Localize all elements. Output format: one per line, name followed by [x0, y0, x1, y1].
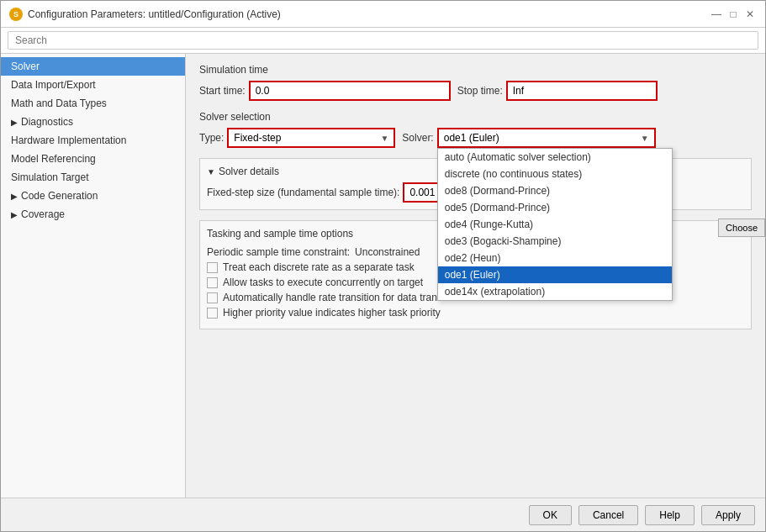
app-icon: S: [9, 8, 23, 21]
solver-dropdown-container: ode1 (Euler) ▼ auto (Automatic solver se…: [437, 128, 656, 148]
sidebar-item-data-import-export[interactable]: Data Import/Export: [1, 76, 185, 94]
sidebar-item-diagnostics[interactable]: ▶Diagnostics: [1, 113, 185, 131]
main-content: Solver Data Import/Export Math and Data …: [1, 54, 765, 498]
solver-row: Type: Fixed-step ▼ Solver: ode1 (Euler) …: [199, 128, 752, 148]
collapse-arrow[interactable]: ▼: [207, 167, 215, 176]
dropdown-item-ode1[interactable]: ode1 (Euler): [438, 266, 672, 283]
dropdown-item-ode3[interactable]: ode3 (Bogacki-Shampine): [438, 233, 672, 250]
coverage-arrow: ▶: [11, 210, 18, 219]
title-bar-controls: — □ ✕: [710, 8, 757, 21]
solver-dropdown-list: auto (Automatic solver selection) discre…: [437, 148, 673, 301]
stop-time-field: Stop time:: [457, 81, 658, 101]
solver-field: Solver: ode1 (Euler) ▼ auto (Automatic s…: [402, 128, 655, 148]
choose-button[interactable]: Choose: [718, 219, 765, 237]
diagnostics-arrow: ▶: [11, 118, 18, 127]
dropdown-item-ode8[interactable]: ode8 (Dormand-Prince): [438, 182, 672, 199]
sidebar-item-math-data-types[interactable]: Math and Data Types: [1, 94, 185, 113]
sidebar-item-hardware-implementation[interactable]: Hardware Implementation: [1, 131, 185, 150]
simulation-time-section: Simulation time Start time: Stop time:: [199, 64, 752, 101]
periodic-value: Unconstrained: [355, 246, 420, 258]
dropdown-item-ode14x[interactable]: ode14x (extrapolation): [438, 283, 672, 300]
apply-button[interactable]: Apply: [701, 505, 755, 525]
solver-select[interactable]: ode1 (Euler) ▼: [437, 128, 656, 148]
search-bar: [1, 28, 765, 54]
stop-time-label: Stop time:: [457, 85, 503, 97]
close-button[interactable]: ✕: [743, 8, 757, 21]
sidebar: Solver Data Import/Export Math and Data …: [1, 54, 186, 498]
dropdown-item-auto[interactable]: auto (Automatic solver selection): [438, 149, 672, 166]
sidebar-item-solver[interactable]: Solver: [1, 57, 185, 76]
dropdown-item-discrete[interactable]: discrete (no continuous states): [438, 166, 672, 182]
start-time-input[interactable]: [249, 81, 451, 101]
sidebar-item-simulation-target[interactable]: Simulation Target: [1, 168, 185, 187]
start-time-field: Start time:: [199, 81, 451, 101]
search-input[interactable]: [8, 31, 758, 50]
content-area: Simulation time Start time: Stop time: S…: [186, 54, 765, 498]
solver-value: ode1 (Euler): [444, 132, 499, 144]
main-window: S Configuration Parameters: untitled/Con…: [0, 0, 766, 532]
stop-time-input[interactable]: [506, 81, 658, 101]
checkbox-4-label: Higher priority value indicates higher t…: [223, 307, 441, 319]
maximize-button[interactable]: □: [726, 8, 740, 21]
type-dropdown-arrow: ▼: [380, 134, 388, 143]
type-field: Type: Fixed-step ▼: [199, 128, 395, 148]
checkbox-4[interactable]: [207, 308, 218, 319]
checkbox-3-label: Automatically handle rate transition for…: [223, 292, 454, 303]
checkbox-1[interactable]: [207, 262, 218, 273]
time-row: Start time: Stop time:: [199, 81, 752, 101]
checkbox-2[interactable]: [207, 277, 218, 288]
start-time-label: Start time:: [199, 85, 246, 97]
periodic-label: Periodic sample time constraint:: [207, 246, 350, 258]
dropdown-item-ode2[interactable]: ode2 (Heun): [438, 250, 672, 266]
simulation-time-title: Simulation time: [199, 64, 752, 76]
code-generation-arrow: ▶: [11, 192, 18, 201]
checkbox-3[interactable]: [207, 292, 218, 303]
title-bar-left: S Configuration Parameters: untitled/Con…: [9, 8, 281, 21]
dropdown-item-ode5[interactable]: ode5 (Dormand-Prince): [438, 199, 672, 216]
type-label: Type:: [199, 132, 224, 144]
type-select[interactable]: Fixed-step ▼: [227, 128, 395, 148]
checkbox-2-label: Allow tasks to execute concurrently on t…: [223, 277, 423, 288]
help-button[interactable]: Help: [645, 505, 695, 525]
cancel-button[interactable]: Cancel: [578, 505, 638, 525]
bottom-bar: OK Cancel Help Apply: [1, 498, 765, 531]
sidebar-item-coverage[interactable]: ▶Coverage: [1, 205, 185, 224]
ok-button[interactable]: OK: [529, 505, 572, 525]
minimize-button[interactable]: —: [710, 8, 723, 21]
sidebar-item-code-generation[interactable]: ▶Code Generation: [1, 187, 185, 205]
window-title: Configuration Parameters: untitled/Confi…: [28, 8, 281, 20]
title-bar: S Configuration Parameters: untitled/Con…: [1, 1, 765, 28]
checkbox-1-label: Treat each discrete rate as a separate t…: [223, 261, 415, 273]
fixed-step-label: Fixed-step size (fundamental sample time…: [207, 187, 399, 198]
dropdown-item-ode4[interactable]: ode4 (Runge-Kutta): [438, 216, 672, 233]
type-value: Fixed-step: [234, 132, 281, 144]
solver-selection-title: Solver selection: [199, 111, 752, 123]
checkbox-row-4: Higher priority value indicates higher t…: [207, 307, 744, 319]
solver-selection-section: Solver selection Type: Fixed-step ▼ Solv…: [199, 111, 752, 148]
sidebar-item-model-referencing[interactable]: Model Referencing: [1, 150, 185, 168]
solver-dropdown-arrow: ▼: [641, 134, 649, 143]
solver-label: Solver:: [402, 132, 433, 144]
